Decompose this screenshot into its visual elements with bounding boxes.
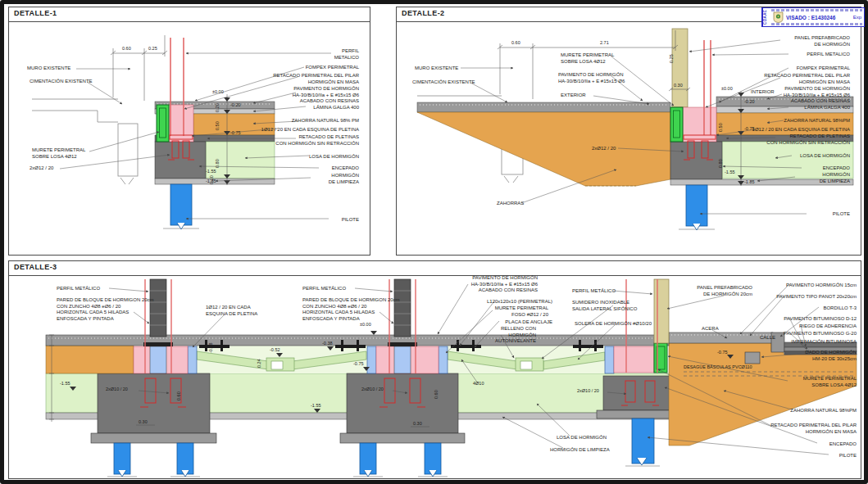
label-retacado-pilar: RETACADO PERIMETRAL DEL PILAR HORMIGÓN E…	[273, 73, 359, 85]
panel-detalle-3: DETALLE-3	[8, 260, 861, 479]
label-cimentacion-existente: CIMENTACIÓN EXISTENTE	[412, 79, 475, 86]
label-murete-perimetral: MURETE PERIMETRAL SOBRE LOSA 4Ø12	[32, 147, 85, 160]
label-bituminoso-g20: PAVIMENTO BITUMINOSO G-20	[784, 331, 857, 337]
label-fompex: FOMPEX PERIMETRAL	[306, 65, 359, 71]
label-limpieza: HORMIGÓN DE LIMPIEZA	[329, 173, 359, 185]
level-075-pier: -0.75	[353, 361, 364, 366]
dim-060: 0.60	[511, 40, 520, 45]
label-pared-bloque-2: PARED DE BLOQUE DE HORMIGON 20cm CON ZUN…	[302, 297, 400, 322]
label-armado-murete: 2xØ12 / 20	[30, 165, 53, 172]
label-panel-prefabricado: PANEL PREFABRICADO DE HORMIGÓN	[794, 35, 850, 47]
label-solera: SOLERA DE HORMIGÓN #Ø10/20	[575, 321, 652, 328]
label-relleno: RELLENO CON HORMIGÓN AUTONIVELANTE	[421, 326, 536, 345]
stamp-header-microtext	[771, 9, 862, 11]
level-000: ±0.00	[360, 322, 371, 327]
label-panot: PAVIMENTO TIPO PANOT 20x20cm	[776, 294, 857, 301]
label-perfil-metalico-1: PERFIL METÁLICO	[57, 286, 100, 292]
level-155: -1.55	[206, 169, 216, 174]
label-zahorras: ZAHORRAS	[497, 201, 524, 207]
label-zahorra: ZAHORRA NATURAL 98%PM	[784, 118, 850, 124]
label-esquina-pletina: 1Ø12 / 20 EN CADA ESQUINA DE PLETINA	[752, 127, 850, 133]
level-038-right: -0.38	[322, 341, 333, 346]
dim-080-v: 0.80	[215, 159, 220, 168]
label-panel-prefabricado: PANEL PREFABRICADO DE HORMIGÓN 20cm	[687, 285, 752, 297]
stamp-crest-icon	[773, 11, 784, 23]
label-cimentacion-existente: CIMENTACIÓN EXISTENTE	[30, 79, 93, 85]
label-pilote: PILOTE	[833, 211, 850, 218]
label-esquina-pletina: 1Ø12 / 20 EN CADA ESQUINA DE PLETINA	[261, 127, 359, 133]
pile	[679, 185, 715, 230]
label-desague: DESAGÜE BÁSCULAS PVCØ110	[684, 364, 752, 370]
level-155-left: -1.55	[60, 381, 70, 386]
rebar-enc3: 2xØ10 / 20	[577, 388, 599, 393]
label-perfil-metalico: PERFIL METALICO	[334, 48, 359, 61]
label-l120: L120x120x10 (PERIMETRAL)	[438, 299, 552, 305]
dim-060: 0.60	[122, 46, 131, 51]
dim-024: 0.24	[257, 359, 261, 368]
level-038-left: -0.38	[208, 342, 213, 353]
label-retacado-pletinas: RETACADO DE PLETINAS CON HORMIGÓN SIN RE…	[766, 133, 850, 146]
label-losa: LOSA DE HORMIGÓN	[309, 154, 359, 161]
label-losa: LOSA DE HORMIGÓN	[800, 153, 850, 160]
dim-080-v: 0.80	[718, 159, 723, 168]
stamp-exp-label: Exp	[853, 15, 861, 20]
label-limpieza: HORMIGÓN DE LIMPIEZA	[550, 447, 610, 454]
label-zahorra: ZAHORRA NATURAL 98% PM	[292, 118, 359, 124]
label-muro-existente: MURO EXISTENTE	[415, 66, 458, 72]
label-bituminoso-d12: PAVIMENTO BITUMINOSO D-12	[784, 316, 857, 323]
label-bordillo: BORDILLO T-3	[823, 305, 857, 312]
dim-271: 2.71	[600, 40, 609, 45]
label-dado: DADO DE HORMIGÓN HM-20 DE 30x25cm	[805, 350, 857, 362]
dim-060-enc2: 0.60	[434, 390, 439, 399]
drawing-sheet: DETALLE-1	[0, 0, 868, 484]
level-020: -0.20	[744, 99, 755, 104]
label-retacado-pilar: RETACADO PERIMETRAL DEL PILAR HORMIGÓN E…	[770, 423, 857, 435]
stamp-footer-microtext	[771, 23, 862, 25]
label-pavimento: PAVIMENTO DE HORMIGÓN HA-30/B/10/IIa + E…	[423, 275, 538, 294]
stamp-org-vertical: COAAC	[762, 8, 770, 26]
label-perfil-metalico-3: PERFIL METÁLICO	[572, 288, 616, 295]
panel-detalle-1: DETALLE-1	[8, 7, 370, 256]
label-placa-anclaje: PLACA DE ANCLAJE	[438, 319, 552, 326]
label-imprimacion: IMPRIMACIÓN BITUMINOSA	[791, 339, 857, 346]
label-pilote: PILOTE	[839, 453, 857, 459]
label-armado-murete: 2xØ12 / 20	[592, 146, 616, 152]
dim-030-enc2: 0.30	[413, 421, 422, 426]
label-murete-foso: MURETE PERIMETRAL FOSO #Ø12 / 20	[434, 305, 548, 318]
panel-detalle-2: DETALLE-2	[396, 7, 861, 256]
rebar-enc1: 2xØ10 / 20	[106, 387, 128, 391]
label-losa: LOSA DE HORMIGÓN	[557, 435, 607, 441]
label-pavimento-exterior: PAVIMENTO DE HORMIGÓN HA-30/B/10/IIa + E…	[558, 72, 625, 84]
label-pavimento: PAVIMENTO DE HORMIGÓN HA-30/B/10/IIa + E…	[293, 86, 359, 105]
dim-050-v: 0.50	[718, 123, 723, 132]
pile	[163, 184, 199, 229]
label-exterior: EXTERIOR	[561, 93, 586, 99]
level-185: -1.85	[206, 179, 216, 183]
murete-and-pilar	[157, 105, 193, 142]
level-052: -0.52	[270, 347, 280, 352]
dim-025-v: 0.25	[669, 54, 674, 63]
label-esquina-pletina: 1Ø12 / 20 EN CADA ESQUINA DE PLETINA	[206, 305, 257, 317]
dim-025: 0.25	[148, 46, 157, 51]
label-lamina-galga: LÁMINA GALGA 400	[313, 105, 359, 111]
label-murete-perimetral: MURETE PERIMETRAL SOBRE LOSA 4Ø12	[561, 52, 614, 65]
label-lamina-galga: LÁMINA GALGA 400	[804, 105, 850, 111]
label-encepado: ENCEPADO	[829, 441, 857, 448]
label-pavimento: PAVIMENTO DE HORMIGÓN HA-30/B/10/IIa + E…	[784, 86, 850, 105]
label-perfil-metalico: PERFIL METALICO	[807, 52, 850, 58]
label-encepado: ENCEPADO	[332, 165, 359, 172]
visado-stamp: COAAC VISADO : E1430246 Exp	[761, 7, 865, 27]
label-sumidero: SUMIDERO INOXIDABLE SALIDA LATERAL SIFÓN…	[572, 300, 637, 312]
label-retacado-pletinas: RETACADO DE PLETINAS CON HORMIGÓN SIN RE…	[275, 134, 359, 147]
stamp-visado-number: VISADO : E1430246	[786, 15, 835, 20]
level-075: -0.75	[230, 130, 241, 135]
level-020: -0.20	[230, 102, 241, 107]
label-encepado: ENCEPADO	[823, 165, 850, 172]
label-muro-existente: MURO EXISTENTE	[27, 66, 70, 72]
label-pav-hormigon-15: PAVIMENTO HORMIGÓN 15cm	[786, 283, 857, 289]
level-075-right: -0.75	[717, 350, 728, 355]
label-riego: RIEGO DE ADHERENCIA	[799, 323, 857, 330]
label-fompex: FOMPEX PERIMETRAL	[797, 66, 850, 72]
level-155-mid: -1.55	[311, 403, 321, 408]
dim-020-v: 0.20	[215, 103, 220, 112]
